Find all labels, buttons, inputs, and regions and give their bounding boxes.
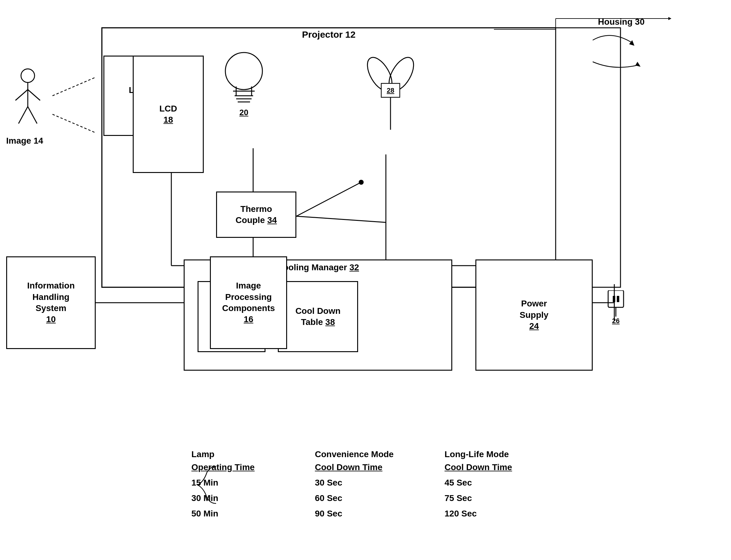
svg-point-26 [225,53,263,90]
image-processing-label: Image Processing Components 16 [222,280,275,325]
svg-text:28: 28 [387,86,394,94]
info-handling-label: Information Handling System 10 [27,280,75,325]
info-handling-box: Information Handling System 10 [6,256,96,349]
person-figure [9,66,46,128]
cool-down-table-label: Cool Down Table 38 [296,305,341,328]
svg-rect-38 [608,290,624,307]
projector-label: Projector 12 [102,29,556,40]
svg-line-24 [19,107,28,124]
lamp-row-2: 30 Min [191,492,255,505]
lamp-row-3: 50 Min [191,507,255,520]
plug-icon: 26 [605,290,627,318]
lamp-row-1: 15 Min [191,476,255,489]
svg-rect-39 [613,296,615,302]
lamp-area: 20 [216,48,272,110]
longlife-row-1: 45 Sec [444,476,512,489]
image-processing-box: Image Processing Components 16 [210,256,287,349]
convenience-row-1: 30 Sec [315,476,393,489]
lcd-label: LCD 18 [159,103,177,126]
svg-marker-18 [635,62,641,67]
lamp-col-header: Lamp Operating Time [191,448,255,474]
svg-line-3 [53,114,96,133]
power-supply-label: Power Supply 24 [519,298,548,332]
svg-marker-45 [668,17,671,20]
convenience-col-header: Convenience Mode Cool Down Time [315,448,393,474]
svg-point-20 [21,69,35,82]
svg-line-10 [296,182,361,216]
cool-down-table-box: Cool Down Table 38 [278,281,358,352]
convenience-row-3: 90 Sec [315,507,393,520]
longlife-col-header: Long-Life Mode Cool Down Time [444,448,512,474]
diagram-container: Housing 30 Projector 12 Image 14 Lens 22 [0,0,731,560]
svg-point-12 [359,180,364,185]
longlife-row-3: 120 Sec [444,507,512,520]
svg-line-23 [28,90,40,100]
svg-line-22 [15,90,28,100]
fan-area: 28 [352,49,420,136]
svg-line-11 [296,216,386,222]
image-label: Image 14 [6,136,43,146]
thermo-couple-label: Thermo Couple 34 [236,204,277,226]
svg-line-25 [28,107,37,124]
svg-line-2 [53,77,96,96]
svg-rect-40 [617,296,619,302]
housing-connector [494,17,679,42]
longlife-row-2: 75 Sec [444,492,512,505]
thermo-couple-box: Thermo Couple 34 [216,192,296,238]
convenience-row-2: 60 Sec [315,492,393,505]
power-supply-box: Power Supply 24 [475,259,593,371]
lcd-box: LCD 18 [133,56,204,173]
